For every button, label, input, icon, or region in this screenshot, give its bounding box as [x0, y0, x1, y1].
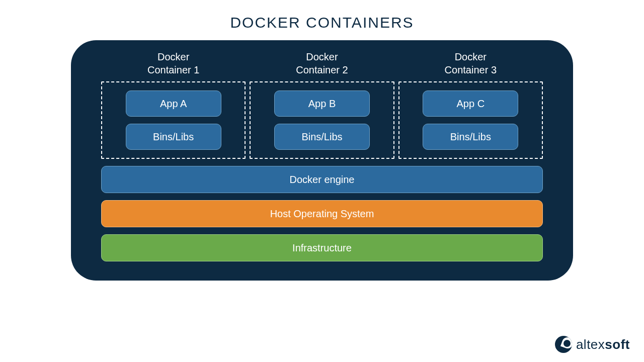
container-1-label: Docker Container 1 [147, 50, 199, 76]
container-2-app: App B [274, 90, 370, 117]
container-1-bins: Bins/Libs [126, 124, 221, 150]
container-3-box: App C Bins/Libs [398, 81, 543, 159]
diagram-title: DOCKER CONTAINERS [0, 0, 644, 40]
container-2: Docker Container 2 App B Bins/Libs [250, 50, 394, 159]
container-1: Docker Container 1 App A Bins/Libs [101, 50, 246, 159]
diagram-panel: Docker Container 1 App A Bins/Libs Docke… [71, 40, 573, 281]
container-2-bins: Bins/Libs [274, 124, 370, 150]
infrastructure-layer: Infrastructure [101, 234, 543, 261]
brand-name-light: altex [576, 337, 605, 352]
brand-logo: altexsoft [555, 336, 630, 353]
container-3-app: App C [423, 90, 518, 117]
container-1-box: App A Bins/Libs [101, 81, 246, 159]
brand-logo-icon [555, 336, 572, 353]
brand-logo-text: altexsoft [576, 337, 630, 352]
container-3: Docker Container 3 App C Bins/Libs [398, 50, 543, 159]
docker-engine-layer: Docker engine [101, 166, 543, 193]
containers-row: Docker Container 1 App A Bins/Libs Docke… [101, 50, 543, 159]
container-2-label: Docker Container 2 [296, 50, 348, 76]
container-2-box: App B Bins/Libs [250, 81, 394, 159]
stack-layers: Docker engine Host Operating System Infr… [101, 166, 543, 261]
brand-name-bold: soft [605, 337, 630, 352]
container-3-label: Docker Container 3 [445, 50, 497, 76]
host-os-layer: Host Operating System [101, 200, 543, 227]
container-3-bins: Bins/Libs [423, 124, 518, 150]
container-1-app: App A [126, 90, 221, 117]
